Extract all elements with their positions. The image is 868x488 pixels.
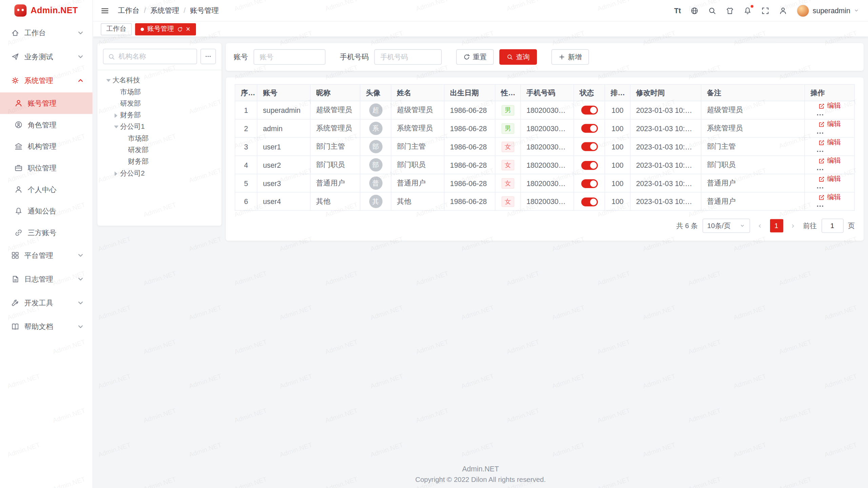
sidebar-item-notice[interactable]: 通知公告 (0, 200, 93, 222)
cell-phone: 18020030720 (521, 101, 574, 119)
cell-status (574, 138, 605, 156)
caret-right-icon[interactable] (112, 171, 120, 176)
caret-down-icon[interactable] (112, 126, 120, 128)
edit-button[interactable]: 编辑 (818, 193, 841, 202)
org-more-button[interactable] (200, 49, 216, 64)
cell-birthday: 1986-06-28 (444, 156, 495, 174)
status-toggle[interactable] (581, 142, 597, 151)
sidebar-item-label: 平台管理 (24, 250, 53, 260)
sidebar-item-account-management[interactable]: 账号管理 (0, 93, 93, 114)
tree-node[interactable]: 财务部 (103, 156, 216, 167)
edit-button[interactable]: 编辑 (818, 101, 841, 111)
org-search-input[interactable] (118, 53, 192, 60)
sidebar-item-platform-management[interactable]: 平台管理 (0, 243, 93, 267)
sidebar-item-dev-tools[interactable]: 开发工具 (0, 291, 93, 315)
sidebar-item-system-management[interactable]: 系统管理 (0, 68, 93, 92)
fullscreen-icon[interactable] (761, 6, 769, 15)
status-toggle[interactable] (581, 197, 597, 206)
sidebar-item-org-management[interactable]: 机构管理 (0, 136, 93, 157)
cell-actions: 编辑 (805, 138, 854, 156)
reset-button[interactable]: 重置 (456, 49, 494, 65)
tab-account-management[interactable]: 账号管理 (135, 23, 196, 35)
goto-page-input[interactable] (821, 219, 843, 233)
breadcrumb-item[interactable]: 工作台 (118, 5, 151, 15)
bell-icon (14, 207, 22, 215)
account-icon[interactable] (779, 6, 787, 15)
table-row[interactable]: 2 admin 系统管理员 系 系统管理员 1986-06-28 男 18020… (235, 119, 854, 138)
edit-button[interactable]: 编辑 (818, 175, 841, 184)
edit-button[interactable]: 编辑 (818, 120, 841, 129)
caret-right-icon[interactable] (112, 113, 120, 118)
sidebar-item-third-party-account[interactable]: 三方账号 (0, 222, 93, 244)
tree-node[interactable]: 分公司1 (103, 121, 216, 133)
phone-input[interactable] (374, 49, 442, 65)
status-toggle[interactable] (581, 124, 597, 133)
page-1-button[interactable]: 1 (770, 219, 783, 232)
tree-node[interactable]: 财务部 (103, 109, 216, 121)
tree-node[interactable]: 大名科技 (103, 75, 216, 86)
more-actions-icon[interactable] (816, 111, 824, 119)
sidebar-item-label: 三方账号 (28, 228, 57, 238)
breadcrumb-item-current: 账号管理 (190, 5, 219, 15)
table-row[interactable]: 1 superadmin 超级管理员 超 超级管理员 1986-06-28 男 … (235, 101, 854, 119)
theme-icon[interactable] (726, 6, 734, 15)
tree-node[interactable]: 市场部 (103, 133, 216, 144)
tab-label: 工作台 (106, 24, 126, 34)
notification-bell-icon[interactable] (744, 6, 752, 15)
breadcrumb-item[interactable]: 系统管理 (150, 5, 190, 15)
more-actions-icon[interactable] (816, 147, 824, 156)
app-logo[interactable]: Admin.NET (0, 0, 93, 21)
more-actions-icon[interactable] (816, 129, 824, 137)
sidebar-item-log-management[interactable]: 日志管理 (0, 267, 93, 291)
close-icon[interactable] (186, 25, 190, 33)
cell-phone: 18020030720 (521, 192, 574, 211)
page-size-value: 10条/页 (707, 221, 731, 231)
caret-down-icon[interactable] (104, 79, 112, 82)
cell-status (574, 192, 605, 211)
tree-node[interactable]: 研发部 (103, 98, 216, 109)
tree-node[interactable]: 研发部 (103, 144, 216, 156)
refresh-icon[interactable] (177, 26, 182, 32)
sidebar-item-help-docs[interactable]: 帮助文档 (0, 315, 93, 339)
cell-name: 系统管理员 (391, 119, 444, 138)
language-icon[interactable] (690, 6, 698, 15)
account-input[interactable] (254, 49, 326, 65)
edit-button[interactable]: 编辑 (818, 138, 841, 147)
status-toggle[interactable] (581, 161, 597, 169)
next-page-button[interactable] (787, 219, 798, 232)
tree-node[interactable]: 市场部 (103, 86, 216, 98)
tab-workbench[interactable]: 工作台 (101, 23, 132, 35)
menu-collapse-icon[interactable] (101, 6, 109, 15)
right-column: 账号 手机号码 重置 查询 新增 (226, 43, 864, 241)
cell-gender: 女 (495, 156, 520, 174)
plus-icon (558, 54, 565, 60)
table-row[interactable]: 6 user4 其他 其 其他 1986-06-28 女 18020030720… (235, 192, 854, 211)
cell-actions: 编辑 (805, 119, 854, 138)
user-menu[interactable]: superadmin (796, 4, 859, 17)
search-button[interactable]: 查询 (499, 49, 537, 65)
add-button[interactable]: 新增 (551, 49, 589, 65)
more-actions-icon[interactable] (816, 202, 824, 210)
more-actions-icon[interactable] (816, 184, 824, 192)
sidebar-item-personal-center[interactable]: 个人中心 (0, 179, 93, 200)
font-size-icon[interactable]: Tt (674, 6, 681, 15)
tree-node[interactable]: 分公司2 (103, 168, 216, 179)
sidebar-item-label: 系统管理 (24, 76, 53, 85)
prev-page-button[interactable] (754, 219, 765, 232)
table-row[interactable]: 5 user3 普通用户 普 普通用户 1986-06-28 女 1802003… (235, 174, 854, 192)
cell-actions: 编辑 (805, 174, 854, 192)
more-actions-icon[interactable] (816, 166, 824, 174)
table-row[interactable]: 4 user2 部门职员 部 部门职员 1986-06-28 女 1802003… (235, 156, 854, 174)
sidebar-item-label: 个人中心 (28, 184, 57, 194)
sidebar-item-role-management[interactable]: 角色管理 (0, 114, 93, 136)
page-size-select[interactable]: 10条/页 (702, 219, 750, 233)
sidebar-item-business-test[interactable]: 业务测试 (0, 45, 93, 68)
search-icon[interactable] (708, 6, 716, 15)
status-toggle[interactable] (581, 106, 597, 115)
sidebar-item-workbench[interactable]: 工作台 (0, 21, 93, 45)
sidebar-item-position-management[interactable]: 职位管理 (0, 157, 93, 179)
table-row[interactable]: 3 user1 部门主管 部 部门主管 1986-06-28 女 1802003… (235, 138, 854, 156)
chevron-down-icon (76, 53, 84, 61)
status-toggle[interactable] (581, 179, 597, 188)
edit-button[interactable]: 编辑 (818, 156, 841, 166)
